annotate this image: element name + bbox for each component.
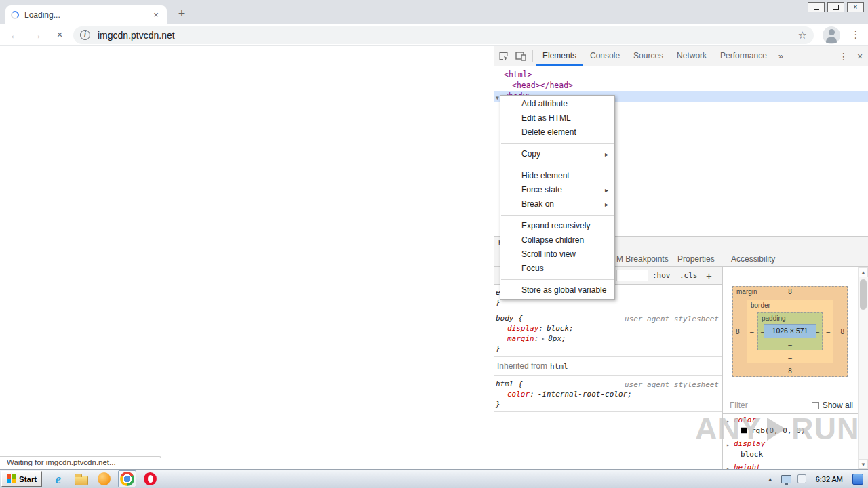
windows-flag-icon — [7, 474, 16, 483]
show-all-checkbox[interactable] — [812, 402, 819, 409]
computed-property-row[interactable]: ▸color — [723, 414, 858, 426]
scroll-up-icon[interactable]: ▲ — [859, 267, 868, 277]
bookmark-star-icon[interactable]: ☆ — [798, 26, 807, 44]
browser-tab[interactable]: Loading... × — [5, 5, 167, 24]
border-left-value[interactable]: – — [750, 328, 754, 336]
css-property-name[interactable]: margin — [507, 334, 538, 343]
tab-properties[interactable]: Properties — [677, 251, 715, 266]
menu-expand-recursively[interactable]: Expand recursively — [500, 219, 614, 233]
more-tabs-icon[interactable]: » — [774, 51, 788, 61]
menu-force-state[interactable]: Force state▸ — [500, 183, 614, 197]
media-app-icon[interactable] — [95, 470, 113, 487]
menu-collapse-children[interactable]: Collapse children — [500, 233, 614, 247]
menu-add-attribute[interactable]: Add attribute — [500, 97, 614, 111]
menu-edit-as-html[interactable]: Edit as HTML — [500, 111, 614, 125]
box-model-border[interactable]: border – – – – padding – – – – 1026 × 57… — [747, 300, 833, 363]
opera-icon[interactable] — [141, 470, 159, 487]
taskbar-clock[interactable]: 6:32 AM — [812, 475, 846, 483]
expand-arrow-icon[interactable]: ▸ — [726, 441, 730, 450]
menu-copy[interactable]: Copy▸ — [500, 147, 614, 161]
network-monitor-icon[interactable] — [781, 475, 791, 483]
menu-focus[interactable]: Focus — [500, 262, 614, 276]
devtools-close-icon[interactable]: × — [852, 47, 868, 65]
address-bar[interactable]: i imgcdn.ptvcdn.net ☆ — [73, 26, 814, 44]
scroll-down-icon[interactable]: ▼ — [859, 459, 868, 469]
devtools-menu-icon[interactable]: ⋮ — [835, 47, 852, 65]
site-info-icon[interactable]: i — [80, 30, 90, 40]
menu-store-as-global-variable[interactable]: Store as global variable — [500, 283, 614, 298]
tab-dom-breakpoints[interactable]: M Breakpoints — [616, 251, 669, 266]
css-property-value[interactable]: -internal-root-color; — [538, 390, 632, 399]
computed-property-row[interactable]: ▸display — [723, 438, 858, 449]
device-toolbar-icon[interactable] — [512, 47, 530, 65]
toolbar-divider — [532, 50, 533, 62]
tab-close-icon[interactable]: × — [151, 9, 161, 20]
back-button[interactable]: ← — [7, 28, 23, 42]
html-style-rule[interactable]: html {user agent stylesheet color-intern… — [494, 376, 722, 412]
scrollbar[interactable]: ▲ ▼ — [858, 267, 868, 469]
chrome-taskbar-icon[interactable] — [118, 470, 136, 487]
devtools-tab-performance[interactable]: Performance — [713, 46, 774, 66]
window-minimize-button[interactable] — [808, 2, 825, 12]
border-bottom-value[interactable]: – — [747, 354, 833, 361]
expand-arrow-icon[interactable]: ▸ — [726, 464, 730, 469]
element-classes-button[interactable]: .cls — [679, 267, 698, 284]
computed-property-name: height — [734, 463, 761, 469]
tray-blue-icon[interactable] — [852, 474, 863, 485]
internet-explorer-icon[interactable]: e — [49, 470, 67, 487]
forward-button[interactable]: → — [28, 28, 45, 42]
margin-right-value[interactable]: 8 — [840, 328, 844, 336]
window-close-button[interactable]: × — [847, 2, 864, 12]
box-model-margin[interactable]: margin 8 8 8 8 border – – – – padding – … — [732, 286, 848, 377]
padding-top-value[interactable]: – — [758, 314, 822, 322]
menu-scroll-into-view[interactable]: Scroll into view — [500, 247, 614, 262]
devtools-tab-elements[interactable]: Elements — [536, 46, 583, 66]
margin-left-value[interactable]: 8 — [736, 328, 740, 336]
menu-break-on[interactable]: Break on▸ — [500, 197, 614, 211]
inspect-element-icon[interactable] — [494, 47, 512, 65]
devtools-tab-network[interactable]: Network — [670, 46, 713, 66]
margin-bottom-value[interactable]: 8 — [733, 367, 847, 375]
start-button[interactable]: Start — [1, 471, 42, 487]
devtools-tab-console[interactable]: Console — [583, 46, 627, 66]
computed-filter-input[interactable]: Filter — [730, 397, 748, 413]
tree-node-head[interactable]: <head></head> — [494, 80, 868, 91]
profile-avatar[interactable] — [823, 26, 840, 44]
file-explorer-icon[interactable] — [72, 470, 90, 487]
box-model-padding[interactable]: padding – – – – 1026 × 571 — [757, 312, 823, 350]
styles-filter-input[interactable] — [616, 270, 648, 281]
css-property-value[interactable]: block; — [547, 324, 574, 333]
expand-shorthand-icon[interactable]: ▸ — [541, 336, 545, 342]
tab-accessibility[interactable]: Accessibility — [731, 251, 775, 266]
box-model-content[interactable]: 1026 × 571 — [764, 324, 816, 338]
body-style-rule[interactable]: body {user agent stylesheet displayblock… — [494, 310, 722, 357]
border-top-value[interactable]: – — [747, 302, 833, 309]
inherited-selector-link[interactable]: html — [550, 362, 568, 371]
menu-delete-element[interactable]: Delete element — [500, 125, 614, 140]
devtools-tab-sources[interactable]: Sources — [627, 46, 670, 66]
scrollbar-thumb[interactable] — [860, 279, 867, 310]
css-property-name[interactable]: color — [507, 390, 534, 399]
menu-hide-element[interactable]: Hide element — [500, 169, 614, 183]
new-tab-button[interactable]: + — [174, 6, 190, 22]
computed-property-row[interactable]: ▸height — [723, 462, 858, 469]
color-swatch[interactable] — [741, 427, 747, 434]
new-style-rule-button[interactable]: + — [706, 267, 712, 284]
tab-loading-spinner-icon — [11, 11, 19, 19]
window-maximize-button[interactable] — [827, 2, 844, 12]
css-property-value[interactable]: 8px; — [548, 334, 566, 343]
tray-app-icon[interactable] — [797, 474, 806, 483]
expand-arrow-icon[interactable]: ▸ — [726, 417, 730, 426]
toggle-element-state-button[interactable]: :hov — [652, 267, 671, 284]
hidden-icons-arrow[interactable]: ▲ — [766, 476, 775, 481]
border-right-value[interactable]: – — [826, 328, 830, 336]
css-property-name[interactable]: display — [507, 324, 543, 333]
tree-node-html[interactable]: <html> — [494, 69, 868, 80]
show-all-toggle[interactable]: Show all — [812, 397, 853, 413]
padding-bottom-value[interactable]: – — [758, 341, 822, 348]
chrome-menu-button[interactable]: ⋮ — [848, 28, 864, 41]
expand-arrow-icon[interactable]: ▼ — [496, 93, 499, 104]
margin-top-value[interactable]: 8 — [733, 288, 847, 296]
inherited-from-section: Inherited fromhtml — [494, 357, 722, 376]
stop-loading-button[interactable]: × — [52, 28, 68, 42]
